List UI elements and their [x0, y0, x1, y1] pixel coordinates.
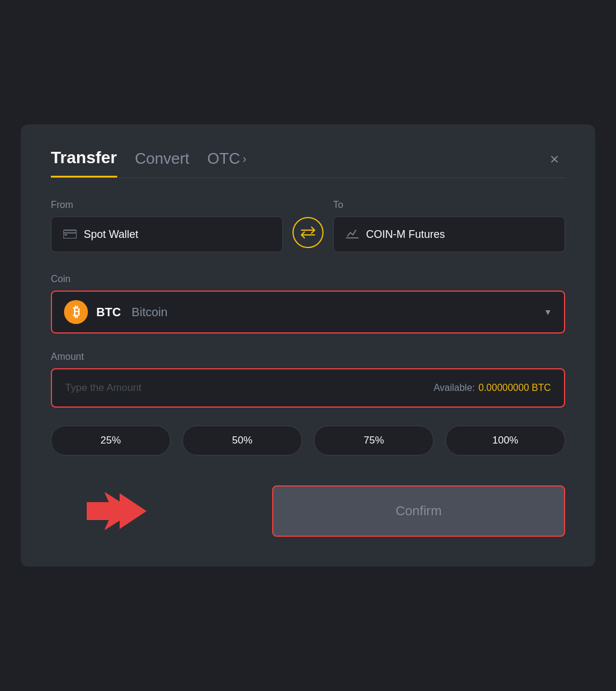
btc-icon: ₿ [64, 300, 88, 324]
from-group: From Spot Wallet [51, 200, 283, 252]
red-arrow-icon [87, 484, 158, 538]
arrow-indicator [87, 484, 158, 538]
swap-button[interactable] [292, 217, 324, 248]
tab-convert[interactable]: Convert [135, 149, 190, 176]
from-wallet-label: Spot Wallet [84, 228, 138, 241]
amount-label: Amount [51, 351, 565, 362]
pct-75-button[interactable]: 75% [314, 426, 434, 455]
to-wallet-label: COIN-M Futures [366, 228, 445, 241]
percentage-row: 25% 50% 75% 100% [51, 426, 565, 455]
pct-25-button[interactable]: 25% [51, 426, 170, 455]
amount-input-box[interactable]: Type the Amount Available: 0.00000000 BT… [51, 368, 565, 408]
svg-rect-2 [65, 234, 67, 236]
from-to-section: From Spot Wallet To [51, 200, 565, 252]
close-button[interactable]: × [544, 148, 565, 170]
svg-rect-1 [63, 232, 77, 234]
transfer-modal: Transfer Convert OTC › × From Spot Walle… [21, 124, 595, 567]
header-divider [51, 178, 565, 178]
available-balance: Available: 0.00000000 BTC [434, 383, 551, 393]
tab-transfer[interactable]: Transfer [51, 148, 117, 178]
bottom-row: Confirm [51, 485, 565, 537]
svg-marker-5 [87, 493, 147, 529]
modal-header: Transfer Convert OTC › × [51, 148, 565, 178]
pct-100-button[interactable]: 100% [446, 426, 565, 455]
from-label: From [51, 200, 283, 210]
amount-placeholder: Type the Amount [65, 382, 142, 394]
from-wallet-selector[interactable]: Spot Wallet [51, 216, 283, 252]
available-label: Available: [434, 383, 475, 393]
coin-full-name: Bitcoin [132, 305, 167, 319]
to-group: To COIN-M Futures [333, 200, 565, 252]
futures-icon [346, 228, 359, 241]
pct-50-button[interactable]: 50% [182, 426, 302, 455]
coin-selector[interactable]: ₿ BTC Bitcoin ▼ [51, 291, 565, 334]
available-value: 0.00000000 BTC [478, 383, 551, 393]
to-label: To [333, 200, 565, 210]
coin-section: Coin ₿ BTC Bitcoin ▼ [51, 274, 565, 334]
amount-section: Amount Type the Amount Available: 0.0000… [51, 351, 565, 408]
coin-ticker: BTC [96, 305, 121, 319]
dropdown-arrow-icon: ▼ [544, 307, 552, 317]
chevron-right-icon: › [242, 152, 246, 166]
coin-label: Coin [51, 274, 565, 285]
wallet-icon [63, 228, 77, 241]
tab-otc[interactable]: OTC › [208, 149, 247, 176]
to-wallet-selector[interactable]: COIN-M Futures [333, 216, 565, 252]
confirm-button[interactable]: Confirm [272, 485, 565, 537]
